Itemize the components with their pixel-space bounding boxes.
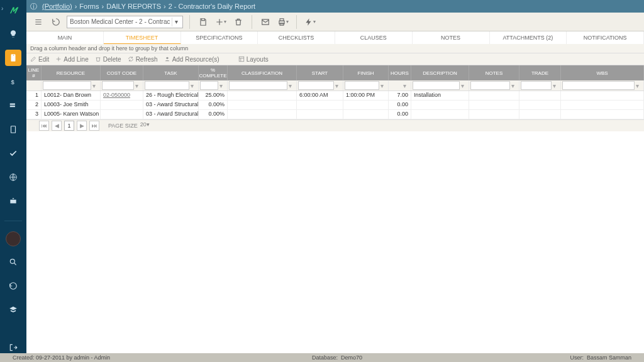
col-finish[interactable]: FINISH	[343, 65, 389, 80]
check-icon[interactable]	[5, 145, 21, 162]
breadcrumb: ⓘ (Portfolio) › Forms › DAILY REPORTS › …	[26, 0, 644, 13]
list-icon[interactable]	[31, 15, 45, 29]
col-pct[interactable]: % COMPLETE	[199, 65, 228, 80]
tab-clauses[interactable]: CLAUSES	[335, 31, 413, 44]
breadcrumb-current: 2 - Contractor's Daily Report	[169, 3, 255, 10]
graduation-icon[interactable]	[5, 302, 21, 318]
main-toolbar: Boston Medical Center - 2 - Contrac▾ ▾ ▾…	[26, 13, 644, 31]
device-icon[interactable]	[5, 121, 21, 138]
filter-start[interactable]	[298, 81, 334, 90]
search-icon[interactable]	[5, 254, 21, 270]
pager-first[interactable]: ⏮	[39, 121, 49, 131]
svg-point-9	[166, 57, 168, 59]
col-notes[interactable]: NOTES	[469, 65, 519, 80]
col-hours[interactable]: HOURS	[389, 65, 411, 80]
history-icon[interactable]	[5, 278, 21, 294]
delete-button[interactable]: Delete	[95, 56, 121, 63]
grid-header: LINE # RESOURCE COST CODE TASK % COMPLET…	[26, 65, 644, 80]
status-db: Demo70	[341, 354, 362, 361]
col-description[interactable]: DESCRIPTION	[411, 65, 469, 80]
col-start[interactable]: START	[297, 65, 343, 80]
add-icon[interactable]: ▾	[214, 15, 228, 29]
grid-toolbar: Edit Add Line Delete Refresh Add Resourc…	[26, 53, 644, 65]
cards-icon[interactable]	[5, 97, 21, 114]
tab-specifications[interactable]: SPECIFICATIONS	[181, 31, 258, 44]
avatar[interactable]	[6, 231, 21, 246]
trash-icon[interactable]	[231, 15, 245, 29]
tabstrip: MAIN TIMESHEET SPECIFICATIONS CHECKLISTS…	[26, 31, 644, 45]
mail-icon[interactable]	[258, 15, 272, 29]
svg-rect-3	[11, 126, 16, 133]
grid-body: 1L0012- Dan Brown02-05000026 - Rough Ele…	[26, 91, 644, 119]
col-wbs[interactable]: WBS	[561, 65, 644, 80]
group-hint[interactable]: Drag a column header and drop it here to…	[26, 44, 644, 53]
clipboard-icon[interactable]	[5, 50, 21, 66]
addresource-button[interactable]: Add Resource(s)	[164, 56, 219, 63]
tab-checklists[interactable]: CHECKLISTS	[258, 31, 335, 44]
collapse-icon[interactable]: ›	[1, 5, 3, 12]
col-trade[interactable]: TRADE	[519, 65, 561, 80]
tab-notes[interactable]: NOTES	[413, 31, 490, 44]
filter-icon[interactable]: ▾	[92, 82, 99, 89]
pager-size-select[interactable]: 20▾	[140, 121, 150, 130]
svg-point-5	[10, 259, 14, 263]
status-user: Bassam Samman	[587, 354, 631, 361]
info-icon[interactable]: ⓘ	[30, 2, 37, 11]
filter-desc[interactable]	[413, 81, 460, 90]
table-row[interactable]: 2L0003- Joe Smith03 - Award Structural S…	[26, 101, 644, 110]
edit-button[interactable]: Edit	[30, 56, 49, 63]
col-task[interactable]: TASK	[143, 65, 199, 80]
col-resource[interactable]: RESOURCE	[42, 65, 101, 80]
globe-icon[interactable]	[5, 169, 21, 185]
svg-rect-10	[239, 57, 244, 62]
filter-resource[interactable]	[43, 81, 91, 90]
svg-rect-7	[280, 18, 284, 21]
chevron-down-icon: ▾	[172, 18, 181, 26]
pager: ⏮ ◀ 1 ▶ ⏭ PAGE SIZE 20▾	[26, 119, 644, 131]
pager-prev[interactable]: ◀	[52, 121, 62, 131]
pager-last[interactable]: ⏭	[89, 121, 99, 131]
content-area: Drag a column header and drop it here to…	[26, 44, 644, 353]
filter-task[interactable]	[145, 81, 189, 90]
print-icon[interactable]: ▾	[276, 15, 290, 29]
col-classification[interactable]: CLASSIFICATION	[228, 65, 297, 80]
undo-icon[interactable]	[49, 15, 63, 29]
bolt-icon[interactable]: ▾	[303, 15, 317, 29]
col-cost[interactable]: COST CODE	[101, 65, 143, 80]
sidebar-divider	[4, 221, 22, 221]
filter-clas[interactable]	[229, 81, 287, 90]
tab-notifications[interactable]: NOTIFICATIONS	[567, 31, 644, 44]
breadcrumb-forms[interactable]: Forms	[79, 3, 99, 10]
pager-size-label: PAGE SIZE	[108, 123, 138, 129]
breadcrumb-reports[interactable]: DAILY REPORTS	[106, 3, 161, 10]
svg-text:$: $	[11, 79, 15, 85]
addline-button[interactable]: Add Line	[55, 56, 88, 63]
project-selector[interactable]: Boston Medical Center - 2 - Contrac▾	[67, 16, 183, 28]
table-row[interactable]: 3L0005- Karen Watson03 - Award Structura…	[26, 110, 644, 119]
filter-pct[interactable]	[200, 81, 218, 90]
tab-timesheet[interactable]: TIMESHEET	[104, 31, 181, 45]
pager-next[interactable]: ▶	[77, 121, 87, 131]
tab-main[interactable]: MAIN	[26, 31, 104, 44]
breadcrumb-root[interactable]: (Portfolio)	[42, 3, 72, 10]
pager-current[interactable]: 1	[64, 121, 74, 131]
filter-wbs[interactable]	[562, 81, 635, 90]
app-logo: 𝘔	[10, 5, 16, 16]
status-created: Created: 09-27-2011 by admin - Admin	[13, 354, 110, 361]
filter-notes[interactable]	[470, 81, 510, 90]
col-line[interactable]: LINE #	[26, 65, 42, 80]
briefcase-icon[interactable]	[5, 193, 21, 209]
filter-finish[interactable]	[345, 81, 379, 90]
refresh-button[interactable]: Refresh	[128, 56, 158, 63]
svg-rect-1	[10, 104, 15, 105]
dollar-icon[interactable]: $	[5, 74, 21, 90]
save-icon[interactable]	[196, 15, 210, 29]
status-bar: Created: 09-27-2011 by admin - Admin Dat…	[0, 353, 644, 362]
cost-link[interactable]: 02-050000	[103, 92, 130, 98]
layouts-button[interactable]: Layouts	[238, 56, 269, 63]
tab-attachments[interactable]: ATTACHMENTS (2)	[490, 31, 567, 44]
filter-trade[interactable]	[521, 81, 552, 90]
table-row[interactable]: 1L0012- Dan Brown02-05000026 - Rough Ele…	[26, 91, 644, 101]
filter-cost[interactable]	[102, 81, 134, 90]
idea-icon[interactable]	[5, 26, 21, 42]
